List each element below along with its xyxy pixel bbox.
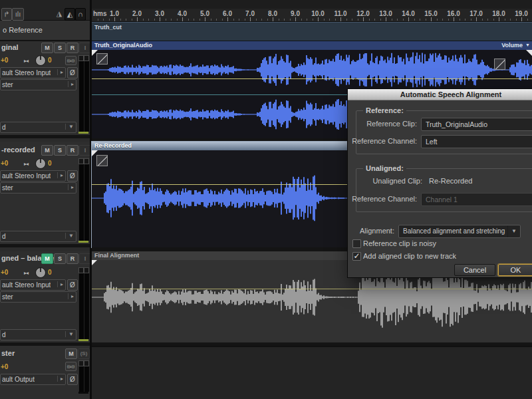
ruler-tick <box>482 19 483 21</box>
fade-curve-icon[interactable] <box>494 59 505 70</box>
ruler-tick-label: 3.0 <box>148 10 171 17</box>
reference-channel-dropdown[interactable]: Left ▼ <box>421 135 532 148</box>
fade-curve-icon[interactable] <box>96 155 108 166</box>
mute-button[interactable]: M <box>41 145 53 156</box>
ruler-tick-label: 14.0 <box>397 10 420 17</box>
level-meter <box>78 267 88 341</box>
solo-button[interactable]: S <box>54 253 66 264</box>
phase-button[interactable]: Ø <box>67 374 78 385</box>
volume-value[interactable]: +0 <box>1 269 8 276</box>
reference-noisy-checkbox[interactable] <box>352 239 361 248</box>
output-selector[interactable]: ault Output ▸ <box>0 374 66 385</box>
clip-title: Final Alignment <box>94 252 139 259</box>
selector-arrow-icon: ▸ <box>57 69 63 75</box>
fade-curve-icon[interactable] <box>96 53 108 65</box>
timeline-ruler[interactable]: hms 1.02.03.04.05.06.07.08.09.010.011.01… <box>92 9 532 22</box>
add-to-new-track-checkbox[interactable]: ✓ <box>352 252 361 261</box>
phase-button[interactable]: Ø <box>67 279 78 291</box>
metronome-icon[interactable]: ◮ <box>55 8 64 19</box>
record-arm-button[interactable]: R <box>66 253 78 264</box>
selector-arrow-icon: ▸ <box>68 81 74 87</box>
ruler-tick-label: 4.0 <box>171 10 194 17</box>
clip-truth-cut[interactable]: Truth_cut <box>92 22 532 42</box>
input-selector[interactable]: ault Stereo Input ▸ <box>0 170 66 182</box>
volume-value[interactable]: +0 <box>1 160 8 167</box>
mute-button[interactable]: M <box>65 348 77 359</box>
record-arm-button[interactable]: R <box>66 145 78 156</box>
ok-button[interactable]: OK <box>498 264 532 276</box>
volume-value[interactable]: +0 <box>1 57 8 64</box>
automatic-speech-alignment-dialog: Automatic Speech Alignment Reference: Re… <box>347 88 532 278</box>
selector-arrow-icon: ▸ <box>57 172 63 178</box>
mute-button[interactable]: M <box>41 253 53 264</box>
ruler-tick-label: 7.0 <box>239 10 261 17</box>
ruler-tick <box>454 17 454 21</box>
record-arm-button[interactable]: R <box>66 43 78 53</box>
output-selector[interactable]: ster ▸ <box>0 182 76 194</box>
pan-value[interactable]: 0 <box>48 57 52 64</box>
cancel-button[interactable]: Cancel <box>454 264 495 276</box>
fade-in-handle[interactable] <box>92 260 97 265</box>
solo-button[interactable]: S <box>54 43 66 53</box>
monitor-button[interactable]: ((o)) <box>65 56 76 65</box>
ruler-tick <box>205 17 205 21</box>
dropdown-arrow-icon: ▼ <box>65 331 74 337</box>
pan-value[interactable]: 0 <box>48 269 52 276</box>
pan-value[interactable]: 0 <box>48 160 52 167</box>
mute-button[interactable]: M <box>41 43 53 53</box>
dropdown-arrow-icon: ▼ <box>65 233 74 239</box>
reference-clip-label: Reference Clip: <box>348 120 417 128</box>
volume-envelope-line[interactable] <box>92 78 532 79</box>
ruler-tick <box>267 19 268 21</box>
phase-button[interactable]: Ø <box>67 170 78 182</box>
dialog-title-bar[interactable]: Automatic Speech Alignment <box>348 89 532 100</box>
ruler-tick <box>200 19 200 21</box>
pan-knob[interactable] <box>35 158 46 169</box>
output-selector[interactable]: ster ▸ <box>0 291 76 303</box>
move-tool-icon[interactable]: ↱ <box>1 8 12 21</box>
reference-clip-dropdown[interactable]: Truth_OriginalAudio ▼ <box>421 118 532 131</box>
envelope-type-label[interactable]: Volume <box>501 42 523 49</box>
input-selector[interactable]: ault Stereo Input ▸ <box>0 279 66 291</box>
track-header-master: ster M (S) +0 ((o)) ault Output ▸ Ø <box>0 346 90 399</box>
fade-out-handle[interactable] <box>526 50 532 56</box>
monitor-button[interactable]: ((o)) <box>65 362 76 371</box>
ruler-tick <box>420 19 420 21</box>
headphones-icon[interactable]: ∩ <box>75 8 86 21</box>
monitor-input-icon[interactable]: ◭ <box>65 8 75 21</box>
track-header-reference[interactable]: o Reference <box>0 21 90 41</box>
ruler-tick-label: 10.0 <box>307 10 329 17</box>
audition-multitrack-window: ↱ ılı ◮ ◭ ∩ o Reference ginal M S R I +0… <box>0 0 532 399</box>
ruler-tick <box>527 19 528 21</box>
ruler-tick <box>403 19 404 21</box>
mixer-icon[interactable]: ılı <box>12 8 24 21</box>
solo-button[interactable]: S <box>54 145 66 156</box>
ruler-tick-label: 15.0 <box>420 10 442 17</box>
output-selector[interactable]: ster ▸ <box>0 79 76 90</box>
phase-button[interactable]: Ø <box>67 67 78 78</box>
input-selector[interactable]: ault Stereo Input ▸ <box>0 67 66 78</box>
ruler-tick <box>465 19 466 21</box>
ruler-tick <box>352 19 352 21</box>
ruler-tick <box>143 19 144 21</box>
automation-mode-selector[interactable]: d ▼ <box>0 122 76 133</box>
solo-safe-button[interactable]: (S) <box>78 348 90 359</box>
pan-knob[interactable] <box>35 267 46 278</box>
volume-value[interactable]: +0 <box>1 363 8 370</box>
ruler-tick <box>120 19 121 21</box>
ruler-tick <box>301 19 302 21</box>
ruler-tick <box>98 19 98 21</box>
automation-mode-selector[interactable]: d ▼ <box>0 329 76 340</box>
automation-mode-selector[interactable]: d ▼ <box>0 231 76 242</box>
ruler-tick <box>324 19 325 21</box>
pan-knob[interactable] <box>35 55 46 66</box>
ruler-tick <box>132 19 132 21</box>
track-header-aligned: gned – balance M S R I +0 ▸◂ 0 ault Ster… <box>0 251 90 346</box>
ruler-tick-label: 13.0 <box>374 10 397 17</box>
group-label: Reference: <box>363 106 406 114</box>
alignment-dropdown[interactable]: Balanced alignment and stretching ▼ <box>398 225 521 238</box>
clip-title-bar[interactable]: Truth_OriginalAudio Volume ▼ <box>92 41 532 50</box>
volume-envelope-line[interactable] <box>92 289 532 289</box>
ruler-tick <box>273 17 273 21</box>
selector-arrow-icon: ▸ <box>57 281 63 287</box>
